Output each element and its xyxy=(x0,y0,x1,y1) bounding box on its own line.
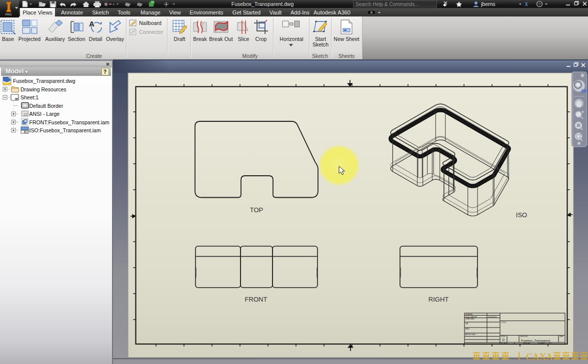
svg-text:D: D xyxy=(502,338,505,342)
svg-text:4/1/2015: 4/1/2015 xyxy=(488,316,497,318)
svg-text:QA: QA xyxy=(466,323,468,325)
svg-text:CHECKED: CHECKED xyxy=(466,318,475,320)
svg-text:SHEET 1 OF 1: SHEET 1 OF 1 xyxy=(540,343,552,345)
svg-text:PRO: PRO xyxy=(5,13,12,16)
svg-text:MFG: MFG xyxy=(466,328,470,330)
svg-text:ISO:Fusebox_Transparent.iam: ISO:Fusebox_Transparent.iam xyxy=(30,127,101,133)
svg-text:RIGHT: RIGHT xyxy=(428,296,449,303)
svg-text:Default Border: Default Border xyxy=(30,103,64,109)
svg-text:DWG NO: DWG NO xyxy=(520,336,528,338)
svg-text:FRONT:Fusebox_Transparent.iam: FRONT:Fusebox_Transparent.iam xyxy=(30,119,110,125)
svg-text:FRONT: FRONT xyxy=(245,296,268,303)
svg-text:?: ? xyxy=(538,2,541,6)
svg-text:CAXA: CAXA xyxy=(526,352,553,362)
svg-text:REV: REV xyxy=(560,336,564,338)
svg-text:TOP: TOP xyxy=(250,206,264,214)
svg-text:ANSI - Large: ANSI - Large xyxy=(30,111,60,117)
svg-text:Sheet:1: Sheet:1 xyxy=(20,94,38,100)
svg-text:WEIGHT: WEIGHT xyxy=(523,343,531,345)
svg-text:SCALE: SCALE xyxy=(501,343,508,345)
svg-text:Greg NR-W: Greg NR-W xyxy=(466,316,478,318)
svg-text:ISO: ISO xyxy=(516,211,527,219)
svg-text:2D: 2D xyxy=(581,88,587,93)
svg-text:APPROVED: APPROVED xyxy=(466,334,476,336)
svg-text:Fusebox_Transparent: Fusebox_Transparent xyxy=(521,339,550,342)
svg-text:Fusebox_Transparent.dwg: Fusebox_Transparent.dwg xyxy=(13,78,76,84)
svg-text:Drawing Resources: Drawing Resources xyxy=(20,86,66,92)
svg-text:TITLE: TITLE xyxy=(501,322,506,324)
svg-text:X: X xyxy=(524,1,528,7)
svg-text:jberns: jberns xyxy=(480,1,496,7)
